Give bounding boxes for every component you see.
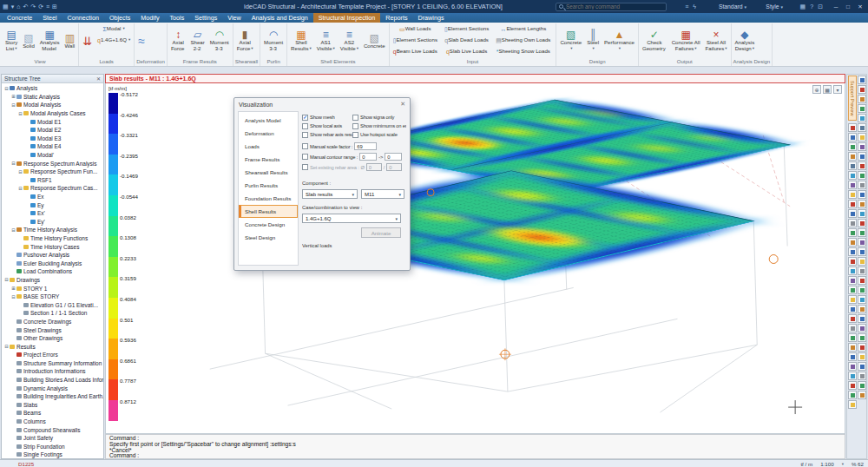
tree-expander-icon[interactable]: ⊞ <box>10 94 16 99</box>
ribbon-tab[interactable]: Settings <box>189 13 222 23</box>
toolbar-icon[interactable] <box>858 142 866 151</box>
rebar-diameter-input[interactable] <box>366 163 382 171</box>
ribbon-button[interactable]: ▦ Analysis Model <box>38 23 62 58</box>
dialog-nav-item[interactable]: Loads <box>239 140 298 153</box>
toolbar-icon[interactable] <box>848 257 857 266</box>
toolbar-icon[interactable] <box>848 209 857 218</box>
dialog-nav-item[interactable]: Frame Results <box>239 153 298 166</box>
ribbon-tab[interactable]: Steel <box>37 13 62 23</box>
toolbar-icon[interactable] <box>848 286 857 294</box>
toolbar-icon[interactable] <box>858 123 866 132</box>
checkbox[interactable]: Show signa only <box>352 113 406 122</box>
status-scale[interactable]: 1:100 <box>820 461 833 467</box>
toolbar-icon[interactable] <box>858 362 866 371</box>
toolbar-icon[interactable] <box>858 228 866 237</box>
toolbar-icon[interactable] <box>858 200 866 208</box>
toolbar-icon[interactable] <box>848 219 857 227</box>
dialog-nav-item[interactable]: Analysis Model <box>239 114 298 127</box>
viewport-tool-icon[interactable]: ▦ <box>823 85 832 94</box>
checkbox-box[interactable] <box>302 132 308 138</box>
tree-item[interactable]: Building Stories And Loads Infor... <box>2 376 103 385</box>
toolbar-icon[interactable] <box>848 152 857 161</box>
viewport-tool-icon[interactable]: ▾ <box>833 85 842 94</box>
tree-item[interactable]: Compound Shearwalls <box>2 425 103 434</box>
toolbar-icon[interactable] <box>848 372 857 380</box>
contour-max-input[interactable] <box>385 153 402 161</box>
tree-item[interactable]: ⊟ Modal Analysis <box>2 101 103 109</box>
status-zoom[interactable]: % 62 <box>852 461 864 467</box>
quick-access-icon[interactable]: ▾ <box>11 0 15 13</box>
toolbar-icon[interactable] <box>858 247 866 256</box>
tree-expander-icon[interactable]: ⊟ <box>3 344 10 349</box>
tree-item[interactable]: Modal E1 <box>2 117 103 126</box>
tree-expander-icon[interactable]: ⊟ <box>3 86 10 91</box>
toolbar-icon[interactable] <box>858 209 866 218</box>
toolbar-icon[interactable] <box>858 104 866 113</box>
tree-item[interactable]: ⊟ Response Spectrum Cas... <box>2 184 103 193</box>
tree-item[interactable]: Section 1 / 1-1 Section <box>2 309 103 318</box>
tree-item[interactable]: ⊞ Static Analysis <box>2 93 103 102</box>
dialog-nav-item[interactable]: Steel Design <box>239 231 298 244</box>
tree-item[interactable]: Columns <box>2 418 103 426</box>
ribbon-tab[interactable]: Objects <box>104 13 135 23</box>
toolbar-icon[interactable] <box>858 181 866 189</box>
toolbar-icon[interactable] <box>848 228 857 237</box>
checkbox-box[interactable] <box>352 132 358 138</box>
ribbon-button[interactable]: Σ Modal ▾ <box>95 23 132 35</box>
tree-item[interactable]: ⊟ Results <box>2 342 103 351</box>
tree-item[interactable]: Time History Cases <box>2 242 103 251</box>
toolbar-icon[interactable] <box>858 219 866 227</box>
ribbon-button[interactable]: ▤ Story List▾ <box>3 23 19 58</box>
tree-item[interactable]: Modal E3 <box>2 135 103 143</box>
toolbar-icon[interactable] <box>848 238 857 247</box>
support-preview-tab[interactable]: Support Preview <box>848 76 857 121</box>
toolbar-icon[interactable] <box>858 314 866 323</box>
toolbar-icon[interactable] <box>848 181 857 189</box>
animate-button[interactable]: Animate <box>361 227 401 238</box>
toolbar-icon[interactable] <box>848 343 857 352</box>
tree-expander-icon[interactable]: ⊟ <box>17 111 23 116</box>
close-icon[interactable]: ✕ <box>400 101 405 108</box>
status-units[interactable]: tf / m <box>800 461 812 467</box>
ribbon-tab[interactable]: Concrete <box>2 13 37 23</box>
toolbar-icon[interactable] <box>848 314 857 323</box>
toolbar-icon[interactable] <box>848 400 857 409</box>
toolbar-icon[interactable] <box>848 200 857 208</box>
tree-item[interactable]: Modal E2 <box>2 126 103 135</box>
toolbar-icon[interactable] <box>858 276 866 285</box>
tree-expander-icon[interactable]: ⊟ <box>10 161 16 166</box>
checkbox[interactable]: Show rebar axis results <box>302 130 358 139</box>
toolbar-icon[interactable] <box>858 391 866 399</box>
tree-item[interactable]: Time History Functions <box>2 234 103 243</box>
ribbon-button[interactable]: ≡ AS1 Visible▾ <box>315 23 337 58</box>
tree-item[interactable]: RSF1 <box>2 176 103 185</box>
tree-item[interactable]: ⊟ Time History Analysis <box>2 226 103 234</box>
quick-access-icon[interactable]: ⊞ <box>52 0 57 13</box>
toolbar-icon[interactable] <box>858 295 866 304</box>
toolbar-icon[interactable] <box>848 324 857 332</box>
tree-expander-icon[interactable]: ⊞ <box>10 286 16 291</box>
ribbon-button[interactable]: ▧ Concrete <box>362 23 387 58</box>
quick-access-icon[interactable]: ≡ <box>46 0 49 13</box>
toolbar-icon[interactable] <box>848 133 857 141</box>
ribbon-button[interactable]: ▭ Wall Loads <box>391 23 441 35</box>
ribbon-button[interactable]: ║ Steel ▾ <box>585 23 601 58</box>
toolbar-icon[interactable] <box>848 305 857 313</box>
tree-expander-icon[interactable]: ⊟ <box>3 277 10 282</box>
tree-item[interactable]: ⊟ BASE STORY <box>2 293 103 301</box>
ribbon-button[interactable]: ≈ <box>136 23 147 58</box>
toolbar-icon[interactable] <box>858 343 866 352</box>
tree-item[interactable]: Ex <box>2 193 103 201</box>
ribbon-button[interactable]: ↕ Axial Force <box>169 23 187 58</box>
visualization-dialog[interactable]: Visualization ✕ Analysis Model Deformati… <box>233 97 411 271</box>
tree-expander-icon[interactable]: ⊟ <box>10 102 16 108</box>
tree-item[interactable]: Building Irregularities And Earth... <box>2 392 103 401</box>
toolbar-icon[interactable] <box>848 266 857 275</box>
ribbon-tab[interactable]: Structural Inspection <box>313 13 381 23</box>
tree-item[interactable]: Dynamic Analysis <box>2 384 103 392</box>
tree-item[interactable]: Single Footings <box>2 451 103 458</box>
style-dropdown[interactable]: Style ▾ <box>766 0 783 13</box>
tree-item[interactable]: ⊟ Analysis <box>2 84 103 93</box>
checkbox[interactable]: Show local axis <box>302 122 358 130</box>
tree-item[interactable]: Beams <box>2 409 103 418</box>
